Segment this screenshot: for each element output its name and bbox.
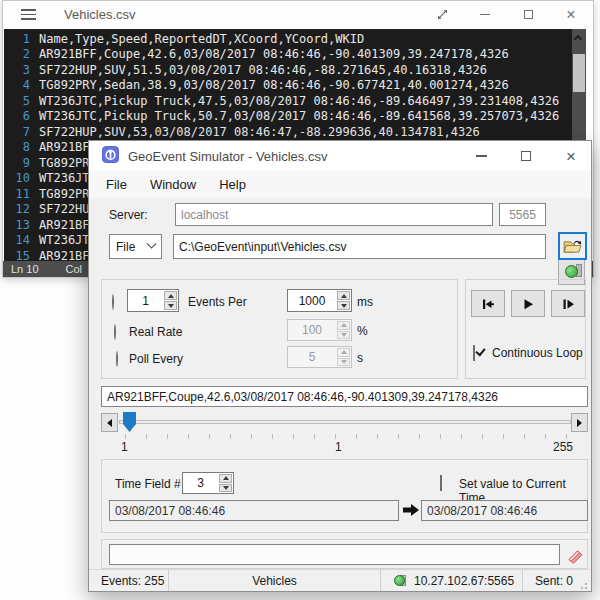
slider-left-button[interactable]	[101, 413, 118, 432]
eraser-icon	[566, 545, 585, 564]
spin-up-button[interactable]	[164, 291, 177, 300]
resize-grip[interactable]	[580, 580, 589, 589]
simulator-titlebar: GeoEvent Simulator - Vehicles.csv ×	[89, 141, 591, 171]
slider-right-button[interactable]	[571, 413, 588, 432]
poll-every-radio[interactable]	[116, 351, 118, 367]
line-text: WT236JTC,Pickup Truck,47.5,03/08/2017 08…	[39, 94, 559, 108]
real-rate-spinner: 100	[288, 320, 336, 340]
fullscreen-icon[interactable]	[434, 7, 450, 23]
minimize-button[interactable]	[473, 148, 489, 164]
spin-down-button[interactable]	[219, 484, 232, 493]
line-number: 3	[4, 63, 30, 77]
line-number: 11	[4, 187, 30, 201]
arrow-left-icon	[107, 419, 112, 427]
percent-unit-label: %	[357, 324, 368, 338]
connection-status-icon	[391, 572, 408, 589]
skip-to-start-button[interactable]	[471, 290, 505, 317]
app-icon	[102, 146, 119, 166]
line-number: 6	[4, 109, 30, 123]
spin-up-button[interactable]	[219, 474, 232, 483]
simulator-window-title: GeoEvent Simulator - Vehicles.csv	[128, 149, 327, 164]
events-per-label: Events Per	[188, 295, 247, 309]
menu-window[interactable]: Window	[150, 177, 196, 192]
hamburger-menu-icon[interactable]	[21, 9, 36, 20]
continuous-loop-checkbox[interactable]	[473, 345, 475, 361]
minimize-button[interactable]	[477, 7, 493, 23]
ms-unit-label: ms	[357, 295, 373, 309]
maximize-button[interactable]	[518, 148, 534, 164]
slider-track[interactable]	[119, 420, 571, 424]
menu-help[interactable]: Help	[219, 177, 246, 192]
menubar: File Window Help	[89, 171, 591, 198]
line-text: TG892PR	[39, 156, 90, 170]
editor-window-title: Vehicles.csv	[64, 7, 136, 22]
line-number: 9	[4, 156, 30, 170]
line-text: TG892PRY,Sedan,38.9,03/08/2017 08:46:46,…	[39, 78, 509, 92]
line-number: 15	[4, 249, 30, 261]
line-text: AR921BF	[39, 249, 90, 261]
events-per-radio[interactable]	[112, 294, 114, 310]
current-time-checkbox[interactable]	[440, 475, 442, 491]
time-field-spinner[interactable]: 3	[183, 473, 218, 493]
line-text: TG892PR	[39, 187, 90, 201]
menu-file[interactable]: File	[106, 177, 127, 192]
real-rate-radio[interactable]	[114, 324, 116, 340]
line-text: SF722HUP,SUV,53,03/08/2017 08:46:47,-88.…	[39, 125, 480, 139]
line-number: 2	[4, 47, 30, 61]
line-number: 13	[4, 218, 30, 232]
scrollbar-thumb[interactable]	[573, 54, 585, 92]
editor-line: 4TG892PRY,Sedan,38.9,03/08/2017 08:46:46…	[4, 78, 586, 94]
seconds-unit-label: s	[357, 351, 363, 365]
file-path-input[interactable]: C:\GeoEvent\input\Vehicles.csv	[173, 234, 546, 259]
rate-group: 1 Events Per 1000 ms Real Rate 100 % Pol…	[101, 279, 458, 379]
line-text: WT236JT	[39, 233, 90, 247]
close-button[interactable]: ×	[563, 148, 579, 164]
spin-down-button[interactable]	[337, 301, 350, 310]
line-text: AR921BF	[39, 140, 90, 154]
event-preview-box[interactable]: AR921BFF,Coupe,42.6,03/08/2017 08:46:46,…	[101, 386, 588, 407]
line-number: 4	[4, 78, 30, 92]
editor-line: 1Name,Type,Speed,ReportedDT,XCoord,YCoor…	[4, 31, 586, 47]
folder-open-icon	[563, 239, 582, 254]
spin-up-button[interactable]	[337, 291, 350, 300]
status-line: Ln 10	[11, 263, 39, 275]
close-button[interactable]: ×	[563, 7, 579, 23]
real-rate-label: Real Rate	[129, 325, 182, 339]
events-count-spinner[interactable]: 1	[128, 290, 163, 311]
slider-min-label: 1	[121, 440, 128, 454]
simulator-window: GeoEvent Simulator - Vehicles.csv × File…	[88, 140, 592, 592]
line-text: SF722HUP,SUV,51.5,03/08/2017 08:46:46,-8…	[39, 63, 487, 77]
feed-name: Vehicles	[252, 574, 297, 588]
slider-thumb[interactable]	[123, 412, 136, 432]
line-number: 8	[4, 140, 30, 154]
play-button[interactable]	[511, 290, 545, 317]
play-icon	[520, 296, 536, 312]
time-to-box: 03/08/2017 08:46:46	[421, 500, 588, 521]
editor-line: 3SF722HUP,SUV,51.5,03/08/2017 08:46:46,-…	[4, 62, 586, 78]
editor-line: 6WT236JTC,Pickup Truck,50.7,03/08/2017 0…	[4, 109, 586, 125]
line-number: 12	[4, 202, 30, 216]
spin-down-button[interactable]	[164, 301, 177, 310]
editor-line: 7SF722HUP,SUV,53,03/08/2017 08:46:47,-88…	[4, 124, 586, 140]
line-number: 7	[4, 125, 30, 139]
line-number: 5	[4, 94, 30, 108]
chevron-down-icon	[147, 239, 157, 249]
sent-count: Sent: 0	[535, 574, 573, 588]
time-field-label: Time Field #	[115, 477, 181, 491]
slider-max-label: 255	[553, 440, 573, 454]
server-host-input[interactable]: localhost	[175, 203, 493, 226]
arrow-right-icon	[403, 503, 419, 520]
server-port-input[interactable]: 5565	[499, 203, 546, 226]
line-text: AR921BF	[39, 218, 90, 232]
poll-every-spinner: 5	[288, 347, 336, 367]
browse-file-button[interactable]	[558, 232, 587, 260]
interval-spinner[interactable]: 1000	[288, 290, 336, 311]
message-log-box	[109, 544, 560, 565]
clear-button[interactable]	[564, 543, 587, 566]
source-type-dropdown[interactable]: File	[109, 234, 162, 259]
line-text: Name,Type,Speed,ReportedDT,XCoord,YCoord…	[39, 32, 364, 46]
scroll-up-icon[interactable]	[574, 35, 582, 43]
maximize-button[interactable]	[520, 7, 536, 23]
line-text: SF722HU	[39, 202, 90, 216]
step-forward-button[interactable]	[551, 290, 585, 317]
